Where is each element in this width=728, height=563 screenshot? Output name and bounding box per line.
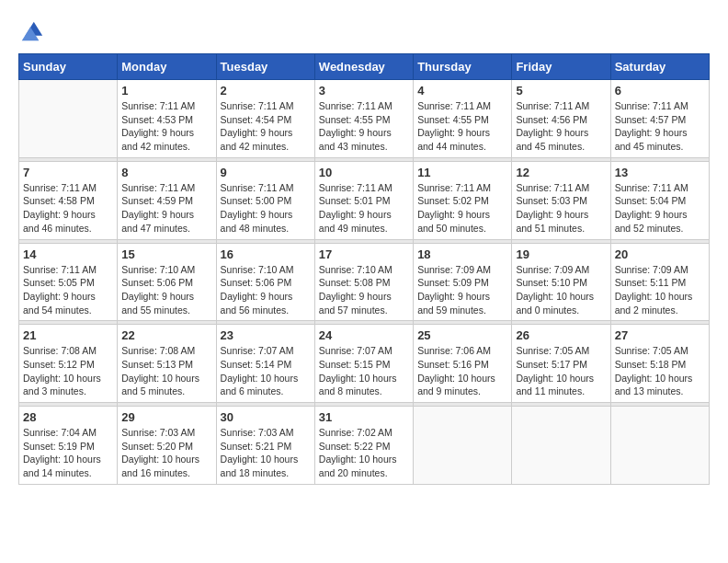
calendar-cell	[19, 80, 118, 158]
day-number: 13	[615, 166, 705, 179]
day-info: Sunrise: 7:11 AM Sunset: 4:59 PM Dayligh…	[121, 181, 211, 236]
day-number: 14	[23, 247, 113, 261]
day-number: 24	[319, 328, 409, 342]
day-number: 27	[615, 328, 705, 342]
day-info: Sunrise: 7:11 AM Sunset: 4:53 PM Dayligh…	[121, 99, 211, 154]
day-info: Sunrise: 7:03 AM Sunset: 5:20 PM Dayligh…	[121, 426, 211, 480]
calendar-cell: 25Sunrise: 7:06 AM Sunset: 5:16 PM Dayli…	[414, 325, 512, 403]
calendar-cell: 4Sunrise: 7:11 AM Sunset: 4:55 PM Daylig…	[414, 80, 512, 158]
calendar-cell: 11Sunrise: 7:11 AM Sunset: 5:02 PM Dayli…	[414, 161, 512, 239]
calendar-cell: 6Sunrise: 7:11 AM Sunset: 4:57 PM Daylig…	[610, 80, 709, 158]
calendar-header-monday: Monday	[118, 54, 216, 80]
calendar-header-saturday: Saturday	[610, 54, 709, 80]
calendar-header-thursday: Thursday	[414, 54, 512, 80]
day-info: Sunrise: 7:11 AM Sunset: 4:56 PM Dayligh…	[516, 99, 606, 154]
calendar-cell: 31Sunrise: 7:02 AM Sunset: 5:22 PM Dayli…	[314, 407, 413, 485]
day-number: 31	[319, 410, 409, 424]
day-info: Sunrise: 7:10 AM Sunset: 5:08 PM Dayligh…	[319, 263, 409, 317]
calendar-cell: 10Sunrise: 7:11 AM Sunset: 5:01 PM Dayli…	[314, 161, 413, 239]
day-info: Sunrise: 7:11 AM Sunset: 4:58 PM Dayligh…	[23, 181, 113, 236]
day-number: 15	[121, 247, 211, 261]
day-info: Sunrise: 7:06 AM Sunset: 5:16 PM Dayligh…	[417, 344, 507, 398]
day-number: 21	[23, 328, 113, 342]
day-number: 29	[121, 410, 211, 424]
day-number: 18	[417, 247, 507, 261]
calendar-cell	[512, 407, 610, 485]
day-number: 17	[319, 247, 409, 261]
day-number: 19	[516, 247, 606, 261]
calendar-week-row: 28Sunrise: 7:04 AM Sunset: 5:19 PM Dayli…	[19, 407, 710, 485]
day-number: 6	[615, 84, 705, 98]
logo-icon	[18, 18, 44, 44]
calendar-cell: 3Sunrise: 7:11 AM Sunset: 4:55 PM Daylig…	[314, 80, 413, 158]
day-number: 20	[615, 247, 705, 261]
calendar-header-friday: Friday	[512, 54, 610, 80]
day-info: Sunrise: 7:11 AM Sunset: 5:01 PM Dayligh…	[319, 181, 409, 236]
day-number: 23	[221, 328, 311, 342]
calendar-cell: 8Sunrise: 7:11 AM Sunset: 4:59 PM Daylig…	[118, 161, 216, 239]
day-number: 26	[516, 328, 606, 342]
day-number: 1	[121, 84, 211, 98]
day-info: Sunrise: 7:05 AM Sunset: 5:18 PM Dayligh…	[615, 344, 705, 398]
day-number: 25	[417, 328, 507, 342]
day-info: Sunrise: 7:07 AM Sunset: 5:15 PM Dayligh…	[319, 344, 409, 398]
calendar-week-row: 14Sunrise: 7:11 AM Sunset: 5:05 PM Dayli…	[19, 243, 710, 321]
calendar-cell: 16Sunrise: 7:10 AM Sunset: 5:06 PM Dayli…	[216, 243, 314, 321]
page-header	[18, 18, 710, 44]
day-info: Sunrise: 7:10 AM Sunset: 5:06 PM Dayligh…	[121, 263, 211, 317]
day-info: Sunrise: 7:11 AM Sunset: 5:00 PM Dayligh…	[221, 181, 311, 236]
day-info: Sunrise: 7:11 AM Sunset: 5:03 PM Dayligh…	[516, 181, 606, 236]
calendar-cell: 30Sunrise: 7:03 AM Sunset: 5:21 PM Dayli…	[216, 407, 314, 485]
day-info: Sunrise: 7:10 AM Sunset: 5:06 PM Dayligh…	[221, 263, 311, 317]
day-info: Sunrise: 7:11 AM Sunset: 4:54 PM Dayligh…	[221, 99, 311, 154]
day-info: Sunrise: 7:11 AM Sunset: 4:55 PM Dayligh…	[417, 99, 507, 154]
calendar-cell: 2Sunrise: 7:11 AM Sunset: 4:54 PM Daylig…	[216, 80, 314, 158]
calendar-cell: 1Sunrise: 7:11 AM Sunset: 4:53 PM Daylig…	[118, 80, 216, 158]
calendar-cell: 15Sunrise: 7:10 AM Sunset: 5:06 PM Dayli…	[118, 243, 216, 321]
day-info: Sunrise: 7:04 AM Sunset: 5:19 PM Dayligh…	[23, 426, 113, 480]
day-number: 3	[319, 84, 409, 98]
calendar-cell: 12Sunrise: 7:11 AM Sunset: 5:03 PM Dayli…	[512, 161, 610, 239]
day-number: 12	[516, 166, 606, 179]
calendar-header-wednesday: Wednesday	[314, 54, 413, 80]
day-number: 30	[221, 410, 311, 424]
day-info: Sunrise: 7:09 AM Sunset: 5:11 PM Dayligh…	[615, 263, 705, 317]
calendar-cell: 5Sunrise: 7:11 AM Sunset: 4:56 PM Daylig…	[512, 80, 610, 158]
day-info: Sunrise: 7:11 AM Sunset: 5:05 PM Dayligh…	[23, 263, 113, 317]
calendar-week-row: 21Sunrise: 7:08 AM Sunset: 5:12 PM Dayli…	[19, 325, 710, 403]
day-number: 8	[121, 166, 211, 179]
calendar-header-row: SundayMondayTuesdayWednesdayThursdayFrid…	[19, 54, 710, 80]
day-info: Sunrise: 7:03 AM Sunset: 5:21 PM Dayligh…	[221, 426, 311, 480]
calendar-cell: 9Sunrise: 7:11 AM Sunset: 5:00 PM Daylig…	[216, 161, 314, 239]
day-info: Sunrise: 7:09 AM Sunset: 5:10 PM Dayligh…	[516, 263, 606, 317]
calendar-cell: 20Sunrise: 7:09 AM Sunset: 5:11 PM Dayli…	[610, 243, 709, 321]
calendar-cell: 21Sunrise: 7:08 AM Sunset: 5:12 PM Dayli…	[19, 325, 118, 403]
day-number: 4	[417, 84, 507, 98]
day-info: Sunrise: 7:02 AM Sunset: 5:22 PM Dayligh…	[319, 426, 409, 480]
calendar-header-tuesday: Tuesday	[216, 54, 314, 80]
calendar-week-row: 7Sunrise: 7:11 AM Sunset: 4:58 PM Daylig…	[19, 161, 710, 239]
calendar-cell: 14Sunrise: 7:11 AM Sunset: 5:05 PM Dayli…	[19, 243, 118, 321]
day-number: 7	[23, 166, 113, 179]
day-number: 5	[516, 84, 606, 98]
calendar-cell: 29Sunrise: 7:03 AM Sunset: 5:20 PM Dayli…	[118, 407, 216, 485]
calendar-cell: 7Sunrise: 7:11 AM Sunset: 4:58 PM Daylig…	[19, 161, 118, 239]
day-number: 2	[221, 84, 311, 98]
day-number: 9	[221, 166, 311, 179]
logo	[18, 18, 48, 44]
calendar-cell	[610, 407, 709, 485]
calendar-cell	[414, 407, 512, 485]
calendar-week-row: 1Sunrise: 7:11 AM Sunset: 4:53 PM Daylig…	[19, 80, 710, 158]
day-number: 16	[221, 247, 311, 261]
day-info: Sunrise: 7:11 AM Sunset: 5:02 PM Dayligh…	[417, 181, 507, 236]
calendar-cell: 24Sunrise: 7:07 AM Sunset: 5:15 PM Dayli…	[314, 325, 413, 403]
calendar-cell: 26Sunrise: 7:05 AM Sunset: 5:17 PM Dayli…	[512, 325, 610, 403]
day-info: Sunrise: 7:11 AM Sunset: 4:57 PM Dayligh…	[615, 99, 705, 154]
day-info: Sunrise: 7:11 AM Sunset: 5:04 PM Dayligh…	[615, 181, 705, 236]
day-info: Sunrise: 7:09 AM Sunset: 5:09 PM Dayligh…	[417, 263, 507, 317]
day-number: 10	[319, 166, 409, 179]
calendar-table: SundayMondayTuesdayWednesdayThursdayFrid…	[18, 53, 710, 485]
day-info: Sunrise: 7:11 AM Sunset: 4:55 PM Dayligh…	[319, 99, 409, 154]
calendar-cell: 22Sunrise: 7:08 AM Sunset: 5:13 PM Dayli…	[118, 325, 216, 403]
day-info: Sunrise: 7:07 AM Sunset: 5:14 PM Dayligh…	[221, 344, 311, 398]
